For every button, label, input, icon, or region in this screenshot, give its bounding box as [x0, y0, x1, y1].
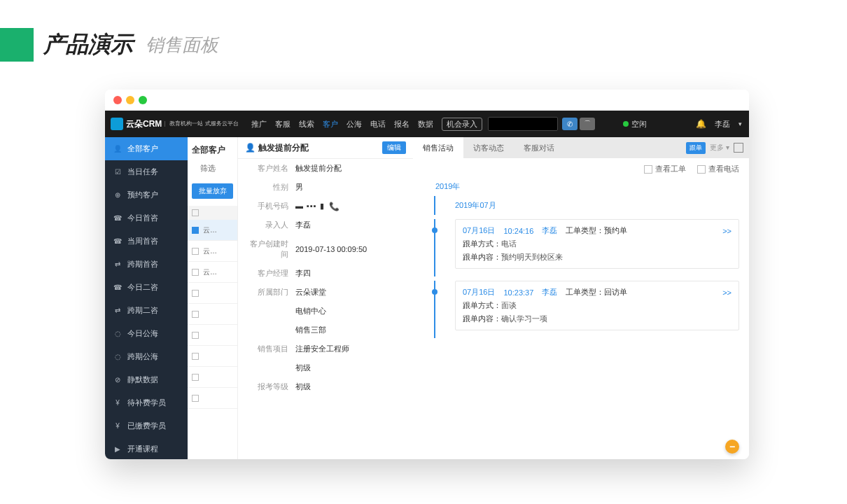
detail-value: 李磊	[295, 220, 406, 230]
sidebar-item-icon: ☎	[113, 237, 122, 245]
list-item[interactable]: 云…	[188, 241, 237, 262]
list-item[interactable]	[188, 304, 237, 325]
row-checkbox[interactable]	[192, 227, 199, 234]
bell-icon[interactable]: 🔔	[696, 119, 706, 129]
nav-item[interactable]: 线索	[299, 119, 314, 130]
sidebar-item[interactable]: ☎今日首咨	[105, 206, 188, 230]
detail-value: 2019-07-13 00:09:50	[295, 239, 406, 260]
sidebar-item-label: 今日公海	[127, 328, 158, 339]
sidebar-item-icon: ¥	[113, 399, 122, 407]
batch-abandon-button[interactable]: 批量放弃	[192, 183, 233, 199]
window-close-icon[interactable]	[113, 96, 122, 104]
sidebar-item-label: 当周首咨	[127, 236, 158, 246]
sidebar-item[interactable]: ⇄跨期首咨	[105, 253, 188, 276]
filter-checkbox[interactable]: 查看电话	[697, 164, 739, 174]
sidebar-item-label: 跨期公海	[127, 351, 158, 362]
nav-item[interactable]: 公海	[346, 119, 362, 130]
entry-user: 李磊	[542, 225, 557, 236]
detail-field: 客户姓名触发提前分配	[238, 159, 413, 178]
detail-field: 初级	[238, 358, 413, 377]
list-item[interactable]	[188, 283, 237, 304]
row-checkbox[interactable]	[192, 248, 199, 255]
entry-date: 07月16日	[463, 225, 495, 236]
sidebar-item[interactable]: ▶开通课程	[105, 438, 188, 459]
entry-more-link[interactable]: >>	[722, 227, 732, 235]
sidebar-item[interactable]: ◌今日公海	[105, 322, 188, 345]
sidebar-item-label: 预约客户	[127, 190, 158, 200]
timeline-dot-icon	[432, 227, 438, 233]
list-item[interactable]	[188, 346, 237, 367]
activity-tab[interactable]: 销售活动	[413, 137, 463, 158]
list-item[interactable]	[188, 325, 237, 346]
page-header: 产品演示 销售面板	[0, 0, 847, 76]
more-dropdown[interactable]: 更多 ▾	[710, 143, 729, 153]
sidebar-item[interactable]: ⊘静默数据	[105, 368, 188, 391]
detail-field: 客户经理李四	[238, 264, 413, 283]
row-checkbox[interactable]	[192, 374, 199, 381]
nav-item[interactable]: 客户	[323, 119, 338, 130]
logo[interactable]: 云朵CRM 教育机构一站 式服务云平台	[105, 118, 244, 130]
sidebar-item[interactable]: ¥已缴费学员	[105, 414, 188, 438]
sidebar-item-icon: ☎	[113, 214, 122, 222]
window-zoom-icon[interactable]	[139, 96, 147, 104]
nav-item[interactable]: 推广	[251, 119, 267, 130]
detail-field: 性别男	[238, 178, 413, 197]
entry-type: 工单类型：预约单	[566, 225, 627, 236]
entry-user: 李磊	[542, 287, 557, 298]
filter-checkbox[interactable]: 查看工单	[644, 164, 686, 174]
row-checkbox[interactable]	[192, 353, 199, 360]
customer-list-column: 全部客户 筛选 批量放弃 云…云…云…	[188, 137, 238, 459]
sidebar-item[interactable]: ¥待补费学员	[105, 391, 188, 414]
nav-item[interactable]: 电话	[370, 119, 386, 130]
chevron-down-icon[interactable]: ▾	[738, 120, 742, 127]
entry-more-link[interactable]: >>	[722, 288, 732, 297]
activity-tab[interactable]: 访客动态	[463, 137, 514, 158]
list-item[interactable]	[188, 367, 237, 388]
list-filter-label[interactable]: 筛选	[188, 160, 237, 181]
sidebar-item[interactable]: ☎当周首咨	[105, 230, 188, 253]
call-button[interactable]: ✆	[562, 118, 578, 130]
nav-item[interactable]: 报名	[394, 119, 410, 130]
row-checkbox[interactable]	[192, 311, 199, 318]
select-all-checkbox[interactable]	[192, 209, 199, 216]
collapse-fab-button[interactable]: −	[725, 440, 739, 454]
list-item[interactable]: 云…	[188, 262, 237, 283]
sidebar-item[interactable]: ☑当日任务	[105, 160, 188, 183]
activity-card[interactable]: 07月16日10:23:37李磊工单类型：回访单>>跟单方式：面谈跟单内容：确认…	[455, 281, 739, 330]
sidebar-item[interactable]: ⇄跨期二咨	[105, 299, 188, 322]
sidebar-item-icon: ⇄	[113, 260, 122, 268]
hangup-button[interactable]: ⌒	[580, 118, 595, 130]
detail-field: 手机号码▬ ▪▪▪ ▮📞	[238, 197, 413, 216]
detail-value: 初级	[295, 382, 406, 392]
row-checkbox[interactable]	[192, 395, 199, 402]
app-body: 👤全部客户☑当日任务⊕预约客户☎今日首咨☎当周首咨⇄跨期首咨☎今日二咨⇄跨期二咨…	[105, 137, 749, 459]
user-menu[interactable]: 李磊	[715, 119, 730, 130]
row-checkbox[interactable]	[192, 290, 199, 297]
followup-tag[interactable]: 跟单	[686, 142, 706, 154]
logo-icon	[111, 118, 123, 130]
expand-icon[interactable]	[734, 143, 743, 153]
page-subtitle: 销售面板	[146, 33, 218, 57]
sidebar-item[interactable]: ☎今日二咨	[105, 276, 188, 299]
sidebar-item[interactable]: ◌跨期公海	[105, 345, 188, 368]
nav-item[interactable]: 数据	[418, 119, 433, 130]
sidebar-item[interactable]: 👤全部客户	[105, 137, 188, 160]
list-item[interactable]	[188, 388, 237, 409]
nav-item[interactable]: 客服	[275, 119, 290, 130]
edit-button[interactable]: 编辑	[382, 141, 406, 154]
phone-icon[interactable]: 📞	[329, 202, 340, 211]
row-checkbox[interactable]	[192, 269, 199, 276]
activity-tab[interactable]: 客服对话	[514, 137, 564, 158]
activity-card[interactable]: 07月16日10:24:16李磊工单类型：预约单>>跟单方式：电话跟单内容：预约…	[455, 219, 739, 269]
detail-value: 触发提前分配	[295, 163, 406, 174]
row-text: 云…	[203, 246, 217, 256]
sidebar-item-label: 当日任务	[127, 167, 158, 177]
sidebar-item-label: 今日首咨	[127, 213, 158, 223]
sidebar-item[interactable]: ⊕预约客户	[105, 183, 188, 206]
search-input[interactable]	[488, 117, 558, 131]
opportunity-entry-button[interactable]: 机会录入	[442, 118, 482, 131]
row-checkbox[interactable]	[192, 332, 199, 339]
detail-header: 👤 触发提前分配 编辑	[238, 137, 413, 159]
window-minimize-icon[interactable]	[126, 96, 134, 104]
list-item[interactable]: 云…	[188, 220, 237, 241]
